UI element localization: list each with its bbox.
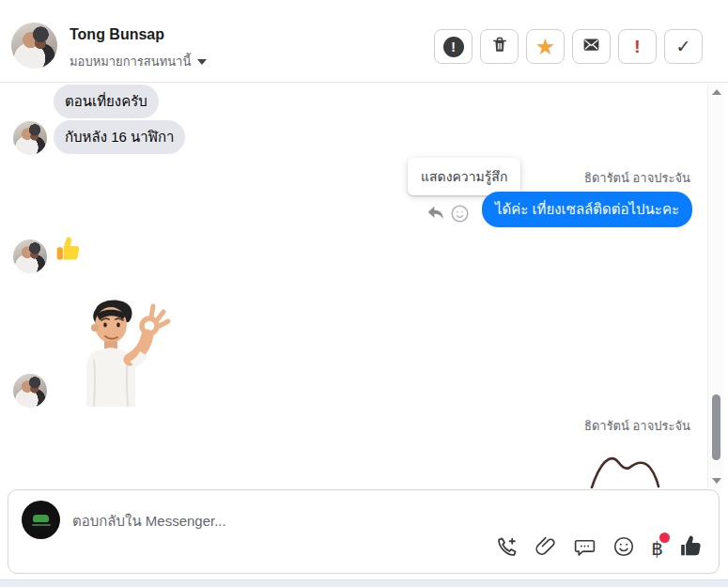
exclamation-icon: ! bbox=[634, 37, 640, 57]
sender-avatar[interactable] bbox=[13, 374, 47, 408]
messenger-conversation-window: Tong Bunsap มอบหมายการสนทนานี้ ! ★ bbox=[0, 0, 728, 587]
attached-drawing-image[interactable] bbox=[588, 450, 678, 488]
outgoing-message-bubble[interactable]: ได้ค่ะ เที่ยงเซลล์ติดต่อไปนะคะ bbox=[482, 192, 692, 227]
incoming-message-bubble[interactable]: ตอนเที่ยงครับ bbox=[54, 85, 159, 118]
reply-icon[interactable] bbox=[426, 205, 445, 225]
page-logo-icon bbox=[33, 515, 49, 522]
like-thumb-icon bbox=[679, 534, 704, 563]
delete-button[interactable] bbox=[480, 29, 519, 64]
react-emoji-icon[interactable] bbox=[450, 204, 470, 227]
conversation-header: Tong Bunsap มอบหมายการสนทนานี้ ! ★ bbox=[0, 0, 728, 83]
scroll-up-arrow[interactable] bbox=[712, 89, 721, 95]
check-icon: ✓ bbox=[676, 36, 691, 57]
scroll-down-arrow[interactable] bbox=[712, 478, 721, 484]
phone-plus-icon bbox=[495, 535, 519, 563]
mark-unread-button[interactable] bbox=[572, 29, 611, 64]
bottom-panel-edge bbox=[0, 579, 728, 587]
send-like-button[interactable] bbox=[679, 534, 704, 563]
saved-replies-button[interactable] bbox=[573, 535, 596, 563]
report-button[interactable]: ! bbox=[434, 29, 472, 64]
star-icon: ★ bbox=[535, 36, 556, 58]
reply-composer: ฿ bbox=[8, 489, 720, 574]
chat-scrollbar[interactable] bbox=[707, 85, 723, 488]
reply-input[interactable] bbox=[72, 509, 476, 532]
attach-file-button[interactable] bbox=[534, 535, 557, 562]
thumbs-up-emoji[interactable] bbox=[54, 234, 85, 268]
emoji-picker-button[interactable] bbox=[612, 535, 635, 562]
contact-avatar[interactable] bbox=[11, 23, 57, 69]
assign-conversation-label: มอบหมายการสนทนานี้ bbox=[70, 52, 191, 71]
assign-conversation-dropdown[interactable]: มอบหมายการสนทนานี้ bbox=[70, 52, 207, 71]
mark-spam-button[interactable]: ! bbox=[618, 29, 657, 64]
flag-follow-up-button[interactable]: ★ bbox=[526, 29, 565, 64]
notification-dot bbox=[659, 533, 670, 543]
trash-icon bbox=[490, 36, 509, 58]
mark-done-button[interactable]: ✓ bbox=[664, 29, 703, 64]
paperclip-icon bbox=[534, 535, 557, 562]
payment-button[interactable]: ฿ bbox=[651, 539, 663, 558]
reaction-tooltip: แสดงความรู้สึก bbox=[408, 158, 520, 195]
sticker-ok-hand[interactable] bbox=[54, 294, 171, 410]
emoji-smile-icon bbox=[612, 535, 635, 562]
scrollbar-thumb[interactable] bbox=[712, 394, 720, 460]
envelope-icon bbox=[581, 35, 601, 58]
message-list: ตอนเที่ยงครับ กับหลัง 16 นาฬิกา แสดงความ… bbox=[0, 84, 706, 488]
chevron-down-icon bbox=[197, 59, 207, 65]
header-action-bar: ! ★ bbox=[434, 29, 703, 64]
incoming-message-bubble[interactable]: กับหลัง 16 นาฬิกา bbox=[54, 120, 185, 154]
contact-name[interactable]: Tong Bunsap bbox=[70, 26, 164, 43]
sender-avatar[interactable] bbox=[13, 239, 47, 273]
create-call-button[interactable] bbox=[495, 535, 519, 563]
sender-avatar[interactable] bbox=[13, 121, 47, 155]
page-avatar bbox=[22, 501, 60, 539]
customer-name-label: ธิดารัตน์ อาจประจัน bbox=[584, 416, 690, 436]
customer-name-label: ธิดารัตน์ อาจประจัน bbox=[584, 168, 690, 188]
composer-toolbar: ฿ bbox=[495, 534, 704, 563]
chat-dots-icon bbox=[573, 535, 596, 563]
alert-circle-icon: ! bbox=[443, 37, 464, 57]
